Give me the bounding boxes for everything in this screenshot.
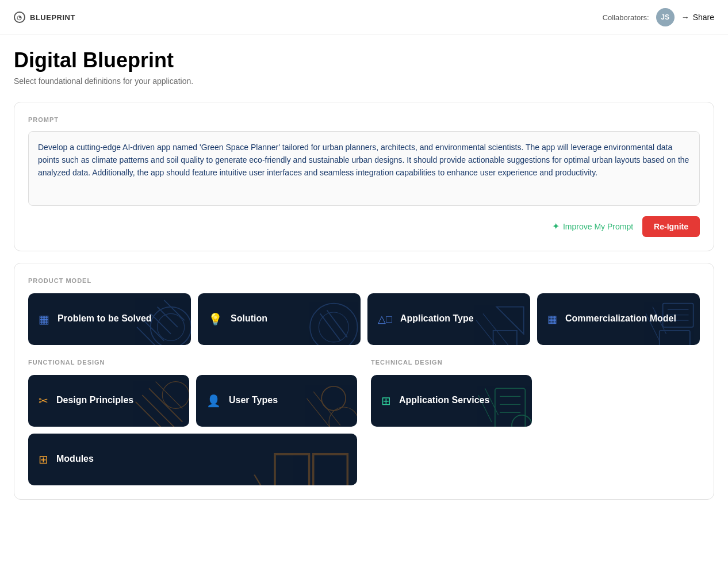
product-model-section: PRODUCT MODEL ▦ Problem to be Solved 💡 S… — [14, 263, 714, 500]
app-services-label: Application Services — [399, 394, 489, 407]
improve-prompt-button[interactable]: ✦ Improve My Prompt — [552, 221, 633, 232]
technical-design-cards: ⊞ Application Services — [371, 375, 700, 427]
svg-point-3 — [319, 312, 348, 342]
problem-icon: ▦ — [39, 312, 49, 326]
solution-icon: 💡 — [208, 312, 223, 326]
page-title: Digital Blueprint — [14, 49, 714, 72]
functional-design-col: FUNCTIONAL DESIGN ✂ Design Principles — [28, 359, 357, 485]
user-types-label: User Types — [229, 394, 278, 407]
app-services-card[interactable]: ⊞ Application Services — [371, 375, 532, 427]
problem-card[interactable]: ▦ Problem to be Solved — [28, 293, 191, 345]
page-subtitle: Select foundational definitions for your… — [14, 76, 714, 86]
design-principles-icon: ✂ — [39, 394, 48, 408]
functional-design-label: FUNCTIONAL DESIGN — [28, 359, 357, 366]
svg-point-11 — [321, 386, 346, 410]
page-header: Digital Blueprint Select foundational de… — [0, 35, 728, 90]
user-types-icon: 👤 — [206, 394, 221, 408]
svg-point-10 — [162, 381, 189, 408]
app-type-icon: △□ — [378, 313, 392, 325]
technical-design-label: TECHNICAL DESIGN — [371, 359, 700, 366]
commercialization-card[interactable]: ▦ Commercialization Model — [537, 293, 700, 345]
modules-card[interactable]: ⊞ Modules — [28, 434, 357, 485]
nav-right: Collaborators: JS → Share — [603, 8, 714, 26]
svg-rect-9 — [659, 330, 689, 344]
design-principles-card[interactable]: ✂ Design Principles — [28, 375, 189, 427]
functional-design-cards: ✂ Design Principles 👤 User Types — [28, 375, 357, 485]
svg-rect-17 — [495, 388, 525, 427]
nav-brand: ◔ BLUEPRINT — [14, 12, 75, 23]
blueprint-label: BLUEPRINT — [30, 13, 75, 22]
prompt-card: PROMPT ✦ Improve My Prompt Re-Ignite — [14, 102, 714, 251]
modules-icon: ⊞ — [39, 453, 48, 466]
design-principles-label: Design Principles — [56, 394, 133, 407]
blueprint-icon: ◔ — [14, 12, 25, 23]
collaborators-label: Collaborators: — [603, 13, 649, 22]
share-arrow-icon: → — [681, 13, 689, 22]
svg-rect-14 — [313, 454, 348, 485]
svg-rect-13 — [275, 454, 309, 485]
prompt-label: PROMPT — [28, 116, 700, 123]
improve-label: Improve My Prompt — [563, 222, 633, 231]
app-type-card[interactable]: △□ Application Type — [367, 293, 530, 345]
share-label: Share — [693, 13, 714, 22]
top-nav: ◔ BLUEPRINT Collaborators: JS → Share — [0, 0, 728, 35]
solution-label: Solution — [231, 313, 267, 325]
commercialization-icon: ▦ — [547, 313, 557, 325]
prompt-textarea[interactable] — [28, 131, 700, 206]
technical-design-col: TECHNICAL DESIGN ⊞ Application Services — [371, 359, 700, 485]
svg-point-0 — [150, 307, 191, 344]
svg-point-2 — [310, 303, 358, 344]
user-types-card[interactable]: 👤 User Types — [196, 375, 357, 427]
problem-label: Problem to be Solved — [58, 313, 152, 325]
svg-point-21 — [512, 415, 532, 427]
app-type-label: Application Type — [400, 313, 474, 325]
avatar: JS — [656, 8, 675, 26]
share-button[interactable]: → Share — [681, 13, 714, 22]
svg-rect-4 — [493, 330, 516, 344]
sparkle-icon: ✦ — [552, 221, 560, 232]
design-sections: FUNCTIONAL DESIGN ✂ Design Principles — [28, 359, 700, 485]
product-model-label: PRODUCT MODEL — [28, 277, 700, 284]
prompt-actions: ✦ Improve My Prompt Re-Ignite — [28, 216, 700, 237]
svg-point-1 — [157, 313, 184, 340]
app-services-icon: ⊞ — [381, 394, 391, 408]
product-model-cards: ▦ Problem to be Solved 💡 Solution △□ App… — [28, 293, 700, 345]
reignite-button[interactable]: Re-Ignite — [642, 216, 700, 237]
commercialization-label: Commercialization Model — [565, 313, 676, 325]
solution-card[interactable]: 💡 Solution — [198, 293, 361, 345]
modules-label: Modules — [56, 453, 94, 465]
